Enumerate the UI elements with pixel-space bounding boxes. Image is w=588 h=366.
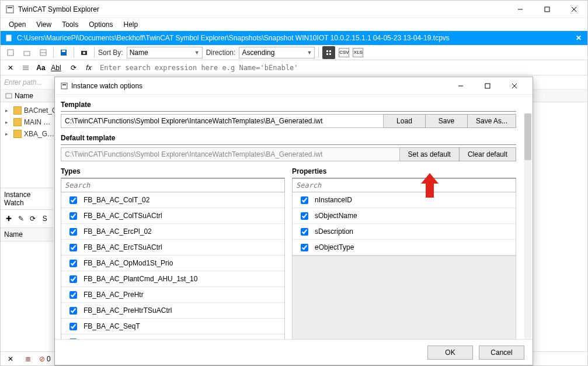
list-item[interactable]: FB_BA_AC_PreHtrTSuACtrl: [61, 303, 284, 319]
dialog-close-button[interactable]: [501, 77, 528, 94]
svg-rect-27: [485, 84, 490, 88]
match-case-icon[interactable]: Aa: [34, 61, 47, 74]
menu-view[interactable]: View: [32, 19, 56, 30]
list-item[interactable]: FB_BA_AC_PlantCmd_AHU_1st_10: [61, 271, 284, 287]
property-checkbox[interactable]: [301, 196, 308, 204]
list-item[interactable]: nInstanceID: [293, 192, 516, 208]
search-expression-input[interactable]: [98, 62, 584, 74]
filter-list-icon[interactable]: [19, 61, 32, 74]
type-checkbox[interactable]: [69, 275, 77, 283]
list-item[interactable]: sObjectName: [293, 208, 516, 224]
load-button[interactable]: Load: [384, 114, 426, 128]
menu-open[interactable]: Open: [4, 19, 30, 30]
export-csv-button[interactable]: CSV: [339, 48, 349, 57]
error-badge[interactable]: ⊘ 0: [39, 355, 51, 363]
save-button[interactable]: Save: [426, 114, 468, 128]
export-grid-icon[interactable]: [322, 46, 335, 59]
list-item[interactable]: FB_BA_AC_OpMod1St_Prio: [61, 255, 284, 271]
svg-rect-6: [6, 35, 11, 41]
breadcrumb-close-icon[interactable]: ✕: [573, 34, 584, 42]
fx-icon[interactable]: fx: [82, 61, 95, 74]
edit-row-icon[interactable]: ✎: [16, 212, 26, 225]
type-checkbox[interactable]: [69, 339, 77, 340]
program-icon: [13, 118, 22, 126]
titlebar: TwinCAT Symbol Explorer: [1, 1, 587, 18]
property-checkbox[interactable]: [301, 212, 308, 220]
type-label: FB_BA_AC_SeqT: [83, 322, 140, 330]
close-button[interactable]: [561, 1, 587, 18]
types-list[interactable]: FB_BA_AC_ColT_02 FB_BA_AC_ColTSuACtrl FB…: [61, 192, 285, 339]
underline-match-icon[interactable]: Abl: [50, 61, 62, 74]
dialog-minimize-button[interactable]: [447, 77, 474, 94]
svg-rect-23: [6, 94, 12, 98]
properties-header: Properties: [292, 165, 516, 178]
chevron-down-icon: ▼: [194, 50, 200, 56]
app-icon: [5, 5, 15, 14]
menu-help[interactable]: Help: [119, 19, 143, 30]
list-item[interactable]: sDescription: [293, 224, 516, 240]
menu-options[interactable]: Options: [84, 19, 117, 30]
export-xls-button[interactable]: XLS: [353, 48, 363, 57]
save-icon[interactable]: [57, 46, 70, 59]
type-checkbox[interactable]: [69, 196, 77, 204]
status-list-icon[interactable]: ≣: [22, 353, 34, 365]
property-label: eObjectType: [315, 243, 354, 251]
type-checkbox[interactable]: [69, 260, 77, 267]
properties-list[interactable]: nInstanceID sObjectName sDescription eOb…: [292, 192, 516, 256]
dialog-maximize-button[interactable]: [474, 77, 501, 94]
new-icon[interactable]: [4, 46, 17, 59]
list-item[interactable]: FB_BA_AC_ErcTSuACtrl: [61, 240, 284, 255]
minimize-button[interactable]: [507, 1, 534, 18]
cancel-button[interactable]: Cancel: [479, 346, 524, 360]
type-checkbox[interactable]: [69, 323, 77, 330]
property-label: sObjectName: [315, 212, 357, 220]
toggle-icon[interactable]: [37, 46, 50, 59]
direction-select[interactable]: Ascending ▼: [239, 47, 315, 58]
properties-column: Properties nInstanceID sObjectName sDesc…: [292, 165, 516, 339]
type-checkbox[interactable]: [69, 307, 77, 315]
default-template-section-label: Default template: [61, 132, 516, 145]
type-checkbox[interactable]: [69, 244, 77, 251]
stop-watch-icon[interactable]: S: [40, 212, 50, 225]
clear-filter-icon[interactable]: ✕: [4, 61, 17, 74]
list-item[interactable]: FB_BA_AC_PreHtr: [61, 287, 284, 303]
maximize-button[interactable]: [534, 1, 561, 18]
type-label: FB_BA_AC_SumNgtCol: [83, 338, 159, 339]
property-checkbox[interactable]: [301, 244, 308, 251]
open-icon[interactable]: [20, 46, 33, 59]
status-clear-icon[interactable]: ✕: [4, 353, 17, 365]
ok-button[interactable]: OK: [427, 346, 473, 360]
property-label: nInstanceID: [315, 196, 352, 204]
instance-watch-header: Name: [1, 228, 53, 241]
list-item[interactable]: FB_BA_AC_ErcPl_02: [61, 224, 284, 240]
clear-default-button[interactable]: Clear default: [460, 147, 516, 161]
type-label: FB_BA_AC_ColT_02: [83, 196, 149, 204]
add-row-icon[interactable]: ✚: [4, 212, 14, 225]
instance-watch-panel: Instance Watch ✚ ✎ ⟳ S Name: [1, 188, 53, 241]
set-as-default-button[interactable]: Set as default: [400, 147, 460, 161]
camera-icon[interactable]: [78, 46, 91, 59]
type-checkbox[interactable]: [69, 291, 77, 299]
list-item[interactable]: FB_BA_AC_SeqT: [61, 319, 284, 334]
template-path-input[interactable]: [61, 114, 384, 128]
refresh-icon[interactable]: ⟳: [67, 61, 80, 74]
types-search-input[interactable]: [61, 178, 285, 192]
menu-tools[interactable]: Tools: [57, 19, 83, 30]
types-header: Types: [61, 165, 285, 178]
svg-rect-1: [8, 7, 12, 8]
types-column: Types FB_BA_AC_ColT_02 FB_BA_AC_ColTSuAC…: [61, 165, 285, 339]
properties-search-input[interactable]: [292, 178, 516, 192]
save-as-button[interactable]: Save As...: [468, 114, 516, 128]
list-item[interactable]: eObjectType: [293, 240, 516, 255]
list-item[interactable]: FB_BA_AC_ColTSuACtrl: [61, 208, 284, 224]
type-checkbox[interactable]: [69, 212, 77, 220]
sortby-select[interactable]: Name ▼: [127, 47, 203, 58]
sortby-label: Sort By:: [98, 49, 123, 57]
property-checkbox[interactable]: [301, 228, 308, 236]
dialog-scrollbar[interactable]: [524, 113, 531, 339]
refresh-watch-icon[interactable]: ⟳: [28, 212, 38, 225]
list-item[interactable]: FB_BA_AC_SumNgtCol: [61, 334, 284, 339]
breadcrumb: C:\Users\MauricePi\Documents\Beckhoff\Tw…: [1, 31, 587, 45]
list-item[interactable]: FB_BA_AC_ColT_02: [61, 192, 284, 208]
type-checkbox[interactable]: [69, 228, 77, 236]
